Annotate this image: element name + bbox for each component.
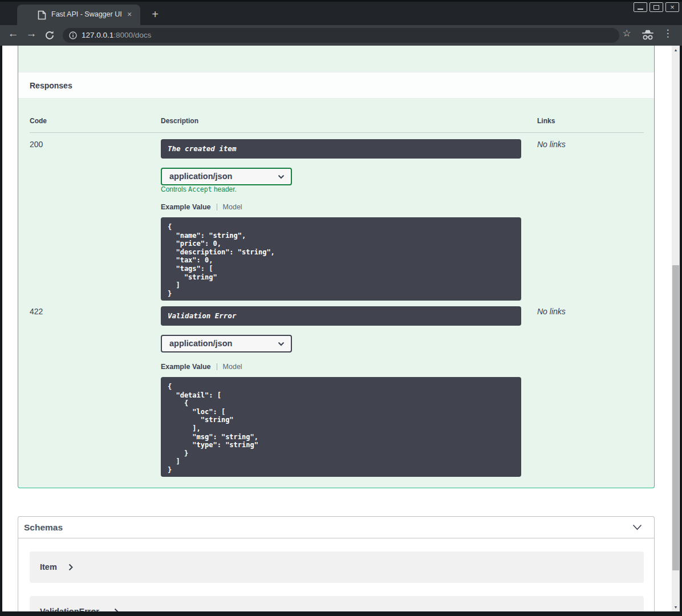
example-model-tabs-200: Example ValueModel <box>161 203 242 211</box>
bookmark-star-icon[interactable]: ☆ <box>620 27 633 39</box>
tab-model[interactable]: Model <box>223 363 242 371</box>
page-favicon-icon <box>38 10 46 20</box>
links-cell-200: No links <box>537 140 566 149</box>
window-minimize-button[interactable] <box>634 2 647 12</box>
note-post: header. <box>212 185 237 193</box>
schema-item-label: Item <box>40 552 57 583</box>
tab-model[interactable]: Model <box>223 203 242 211</box>
links-cell-422: No links <box>537 307 566 316</box>
browser-toolbar: ← → 127.0.0.1:8000/docs ☆ ⋮ <box>0 25 682 46</box>
tab-example-value[interactable]: Example Value <box>161 203 211 211</box>
chevron-right-icon <box>68 564 73 571</box>
chevron-down-icon <box>278 342 285 346</box>
url-host: 127.0.0.1 <box>82 31 113 39</box>
responses-title: Responses <box>18 72 654 99</box>
tab-close-icon[interactable]: × <box>124 9 135 19</box>
chevron-down-icon <box>278 175 285 179</box>
schema-validationerror-label: ValidationError <box>40 596 99 611</box>
col-header-code: Code <box>30 117 47 125</box>
response-code-422: 422 <box>30 307 43 316</box>
page-viewport: Responses Code Description Links 200 The… <box>2 46 680 611</box>
schema-validationerror-card[interactable]: ValidationError <box>30 596 644 611</box>
chevron-right-icon <box>114 608 119 611</box>
media-type-value-200: application/json <box>169 172 232 181</box>
tab-separator <box>217 363 217 370</box>
url-path: :8000/docs <box>113 31 151 39</box>
minimize-icon <box>638 9 643 10</box>
window-maximize-button[interactable] <box>649 2 663 12</box>
accept-header-note: Controls Accept header. <box>161 185 237 193</box>
scroll-up-icon[interactable]: ▲ <box>672 48 680 52</box>
schemas-title: Schemas <box>18 517 654 538</box>
chevron-down-icon[interactable] <box>632 524 642 530</box>
media-type-select-200[interactable]: application/json <box>161 168 292 185</box>
media-type-select-422[interactable]: application/json <box>161 335 292 352</box>
site-info-icon[interactable] <box>69 31 77 39</box>
address-bar[interactable]: 127.0.0.1:8000/docs <box>63 28 619 43</box>
col-header-links: Links <box>537 117 555 125</box>
note-pre: Controls <box>161 185 188 193</box>
tab-separator <box>217 204 217 210</box>
example-json-200: { "name": "string", "price": 0, "descrip… <box>161 217 521 301</box>
swagger-page: Responses Code Description Links 200 The… <box>2 46 672 611</box>
table-header-divider <box>30 132 644 133</box>
schema-item-card[interactable]: Item <box>30 552 644 583</box>
response-422-description: Validation Error <box>161 306 521 326</box>
scrollbar-thumb[interactable] <box>672 265 679 570</box>
tab-example-value[interactable]: Example Value <box>161 363 211 371</box>
schemas-section: Schemas Item ValidationError <box>18 516 655 611</box>
vertical-scrollbar[interactable]: ▲ ▼ <box>672 46 680 611</box>
url-text[interactable]: 127.0.0.1:8000/docs <box>82 31 151 39</box>
incognito-profile-icon[interactable] <box>641 30 655 40</box>
note-code: Accept <box>188 185 212 193</box>
example-json-422-code: { "detail": [ { "loc": [ "string" ], "ms… <box>168 383 514 475</box>
scroll-down-icon[interactable]: ▼ <box>672 605 680 609</box>
response-code-200: 200 <box>30 140 43 149</box>
tab-title: Fast API - Swagger UI <box>51 10 125 18</box>
responses-section-header: Responses <box>18 72 654 99</box>
example-json-422: { "detail": [ { "loc": [ "string" ], "ms… <box>161 377 521 477</box>
kebab-menu-icon[interactable]: ⋮ <box>661 27 674 39</box>
media-type-value-422: application/json <box>169 339 232 348</box>
browser-tab[interactable]: Fast API - Swagger UI × <box>17 5 140 25</box>
window-close-button[interactable]: × <box>665 2 679 12</box>
reload-button[interactable] <box>44 30 55 40</box>
maximize-icon <box>653 5 659 10</box>
titlebar: Fast API - Swagger UI × + × <box>0 0 682 25</box>
example-json-200-code: { "name": "string", "price": 0, "descrip… <box>168 223 514 298</box>
response-200-description: The created item <box>161 139 521 159</box>
example-model-tabs-422: Example ValueModel <box>161 363 242 371</box>
schemas-header[interactable]: Schemas <box>18 517 654 538</box>
col-header-description: Description <box>161 117 198 125</box>
new-tab-button[interactable]: + <box>148 7 162 21</box>
opblock-responses-section: Responses Code Description Links 200 The… <box>18 46 655 488</box>
forward-button[interactable]: → <box>24 27 39 40</box>
back-button[interactable]: ← <box>6 27 21 40</box>
close-icon: × <box>670 3 675 11</box>
